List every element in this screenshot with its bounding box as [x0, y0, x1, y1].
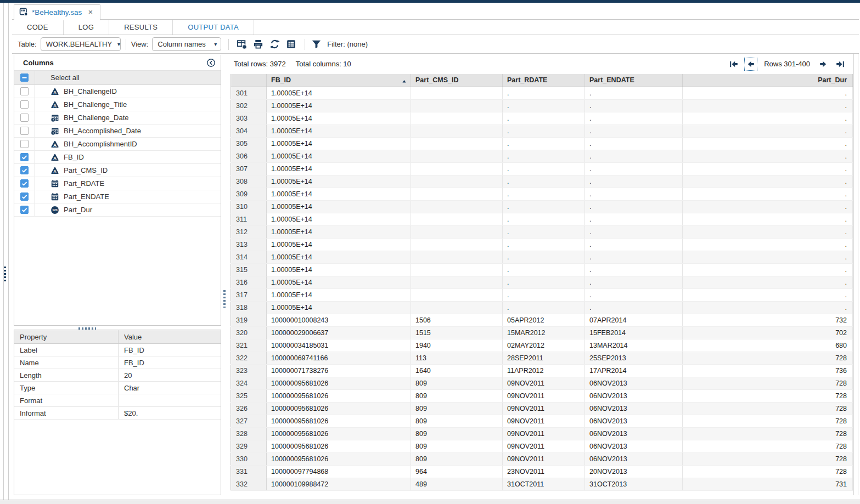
data-cell[interactable] [411, 137, 503, 150]
data-cell[interactable]: 1.00005E+14 [267, 87, 411, 99]
table-splitter-handle[interactable] [223, 290, 226, 308]
table-row[interactable]: 32410000009568102680909NOV201106NOV20137… [231, 377, 853, 389]
table-row[interactable]: 3101.00005E+14... [231, 200, 853, 213]
data-cell[interactable]: . [585, 213, 683, 225]
row-number-cell[interactable]: 319 [231, 314, 267, 326]
data-cell[interactable]: . [503, 213, 585, 225]
table-row[interactable]: 3161.00005E+14... [231, 276, 853, 288]
data-cell[interactable]: 09NOV2011 [503, 389, 585, 402]
data-cell[interactable]: . [585, 200, 683, 213]
data-cell[interactable]: 09NOV2011 [503, 377, 585, 389]
data-cell[interactable] [411, 150, 503, 162]
data-cell[interactable]: 05APR2012 [503, 314, 585, 326]
data-cell[interactable]: . [585, 175, 683, 188]
data-cell[interactable] [411, 301, 503, 314]
row-number-cell[interactable]: 312 [231, 225, 267, 238]
table-row[interactable]: 3061.00005E+14... [231, 150, 853, 162]
data-cell[interactable]: . [503, 175, 585, 188]
data-cell[interactable]: 100000097794868 [267, 465, 411, 478]
column-list-item[interactable]: Part_RDATE [14, 177, 221, 190]
row-number-cell[interactable]: 313 [231, 238, 267, 251]
data-cell[interactable]: 1.00005E+14 [267, 263, 411, 276]
data-cell[interactable]: . [503, 162, 585, 175]
data-cell[interactable]: 100000010008243 [267, 314, 411, 326]
table-row[interactable]: 3051.00005E+14... [231, 137, 853, 150]
data-cell[interactable]: 100000095681026 [267, 389, 411, 402]
tab-output-data[interactable]: OUTPUT DATA [173, 20, 254, 35]
column-list-item[interactable]: Part_ENDATE [14, 190, 221, 203]
data-cell[interactable]: 1.00005E+14 [267, 99, 411, 112]
data-cell[interactable]: 07APR2014 [585, 314, 683, 326]
data-cell[interactable]: 1640 [411, 364, 503, 377]
data-cell[interactable] [411, 99, 503, 112]
table-row[interactable]: 33210000010998847248931OCT201131OCT20137… [231, 478, 853, 490]
table-row[interactable]: 32610000009568102680909NOV201106NOV20137… [231, 402, 853, 415]
column-checkbox[interactable] [20, 179, 29, 188]
data-cell[interactable]: . [683, 112, 853, 124]
column-checkbox[interactable] [20, 153, 29, 161]
data-cell[interactable]: 23NOV2011 [503, 465, 585, 478]
row-number-cell[interactable]: 324 [231, 377, 267, 389]
data-cell[interactable]: 728 [683, 389, 853, 402]
row-number-cell[interactable]: 304 [231, 124, 267, 137]
data-cell[interactable]: . [683, 276, 853, 288]
data-cell[interactable]: . [503, 188, 585, 200]
data-cell[interactable]: 809 [411, 440, 503, 452]
row-number-cell[interactable]: 308 [231, 175, 267, 188]
data-cell[interactable]: 100000095681026 [267, 452, 411, 465]
data-cell[interactable]: 728 [683, 452, 853, 465]
data-cell[interactable]: . [503, 124, 585, 137]
data-cell[interactable]: . [585, 99, 683, 112]
data-cell[interactable]: 1.00005E+14 [267, 150, 411, 162]
data-cell[interactable]: . [503, 251, 585, 263]
data-cell[interactable]: 1.00005E+14 [267, 213, 411, 225]
data-cell[interactable]: . [585, 301, 683, 314]
table-row[interactable]: 321100000034185031194002MAY201213MAR2014… [231, 339, 853, 352]
data-cell[interactable]: 100000095681026 [267, 402, 411, 415]
table-row[interactable]: 32210000006974116611328SEP201125SEP20137… [231, 352, 853, 364]
table-row[interactable]: 3041.00005E+14... [231, 124, 853, 137]
data-cell[interactable]: 1.00005E+14 [267, 137, 411, 150]
data-cell[interactable]: . [683, 213, 853, 225]
data-cell[interactable]: 15FEB2014 [585, 326, 683, 339]
last-page-button[interactable] [834, 58, 846, 70]
collapse-panel-icon[interactable] [206, 58, 216, 67]
table-row[interactable]: 32710000009568102680909NOV201106NOV20137… [231, 415, 853, 427]
table-row[interactable]: 3171.00005E+14... [231, 288, 853, 301]
data-cell[interactable]: 809 [411, 452, 503, 465]
first-page-button[interactable] [728, 58, 740, 70]
data-cell[interactable]: . [503, 225, 585, 238]
table-row[interactable]: 33110000009779486896423NOV201120NOV20137… [231, 465, 853, 478]
data-cell[interactable] [411, 263, 503, 276]
row-number-cell[interactable]: 306 [231, 150, 267, 162]
data-cell[interactable] [411, 162, 503, 175]
data-cell[interactable]: 09NOV2011 [503, 427, 585, 440]
data-cell[interactable] [411, 124, 503, 137]
table-row[interactable]: 3021.00005E+14... [231, 99, 853, 112]
column-header-part_cms_id[interactable]: Part_CMS_ID [411, 74, 503, 87]
data-cell[interactable]: 964 [411, 465, 503, 478]
data-cell[interactable]: . [683, 175, 853, 188]
data-cell[interactable]: . [503, 137, 585, 150]
row-number-cell[interactable]: 309 [231, 188, 267, 200]
row-number-cell[interactable]: 307 [231, 162, 267, 175]
data-cell[interactable]: . [585, 150, 683, 162]
view-select[interactable]: Column names ▾ [152, 37, 221, 51]
row-number-cell[interactable]: 315 [231, 263, 267, 276]
data-cell[interactable]: 28SEP2011 [503, 352, 585, 364]
row-number-cell[interactable]: 310 [231, 200, 267, 213]
data-cell[interactable]: 736 [683, 364, 853, 377]
data-cell[interactable]: 06NOV2013 [585, 415, 683, 427]
table-row[interactable]: 32510000009568102680909NOV201106NOV20137… [231, 389, 853, 402]
data-cell[interactable]: 13MAR2014 [585, 339, 683, 352]
data-cell[interactable]: 809 [411, 415, 503, 427]
row-number-cell[interactable]: 332 [231, 478, 267, 490]
data-cell[interactable]: 728 [683, 377, 853, 389]
table-row[interactable]: 3071.00005E+14... [231, 162, 853, 175]
data-cell[interactable]: . [503, 99, 585, 112]
row-number-cell[interactable]: 322 [231, 352, 267, 364]
data-cell[interactable]: . [683, 162, 853, 175]
table-row[interactable]: 3151.00005E+14... [231, 263, 853, 276]
data-cell[interactable]: 31OCT2011 [503, 478, 585, 490]
table-row[interactable]: 3121.00005E+14... [231, 225, 853, 238]
